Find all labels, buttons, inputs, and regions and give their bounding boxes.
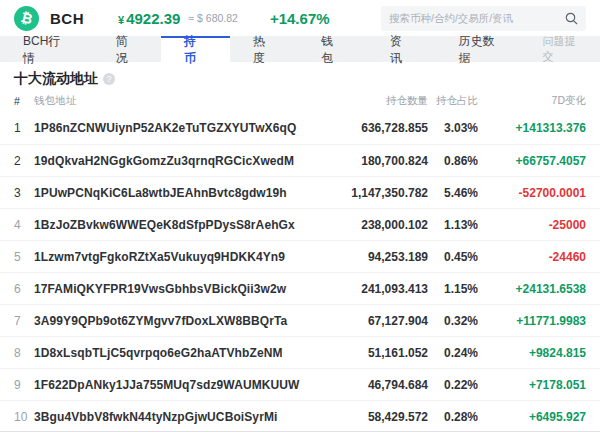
quantity-cell: 636,728.855: [318, 121, 428, 135]
quantity-cell: 67,127.904: [318, 314, 428, 328]
help-icon[interactable]: [103, 73, 115, 85]
table-row[interactable]: 8 1D8xLsqbTLjC5qvrpqo6eG2haATVhbZeNM 51,…: [0, 336, 600, 368]
ratio-cell: 0.45%: [428, 250, 478, 264]
table-row[interactable]: 4 1BzJoZBvkw6WWEQeK8dSfpPDysS8rAehGx 238…: [0, 208, 600, 240]
tab-overview[interactable]: 简况: [92, 36, 161, 62]
wallet-address[interactable]: 1D8xLsqbTLjC5qvrpqo6eG2haATVhbZeNM: [34, 346, 318, 360]
wallet-address[interactable]: 1P86nZCNWUiynP52AK2eTuTGZXYUTwX6qQ: [34, 121, 318, 135]
tab-news[interactable]: 资讯: [367, 36, 436, 62]
ratio-cell: 1.13%: [428, 218, 478, 232]
tab-bar: BCH行情 简况 持币 热度 钱包 资讯 历史数据 问题提交: [0, 36, 600, 62]
table-row[interactable]: 1 1P86nZCNWUiynP52AK2eTuTGZXYUTwX6qQ 636…: [0, 112, 600, 144]
change-7d-cell: +141313.376: [478, 121, 586, 135]
quantity-cell: 238,000.102: [318, 218, 428, 232]
wallet-address[interactable]: 1Lzwm7vtgFgkoRZtXa5Vukuyq9HDKK4Yn9: [34, 250, 318, 264]
rank-cell: 2: [14, 154, 34, 168]
change-7d-cell: +6495.927: [478, 410, 586, 424]
quantity-cell: 51,161.052: [318, 346, 428, 360]
wallet-address[interactable]: 1PUwPCNqKiC6La8wtbJEAhnBvtc8gdw19h: [34, 186, 318, 200]
ratio-cell: 5.46%: [428, 186, 478, 200]
coin-price-cny: ¥4922.39: [118, 10, 180, 27]
section-title: 十大流动地址: [14, 70, 98, 88]
change-7d-cell: +9824.815: [478, 346, 586, 360]
price-value: 4922.39: [126, 10, 180, 27]
rank-cell: 9: [14, 378, 34, 392]
change-7d-cell: +11771.9983: [478, 314, 586, 328]
quantity-cell: 241,093.413: [318, 282, 428, 296]
quantity-cell: 180,700.824: [318, 154, 428, 168]
change-7d-cell: -24460: [478, 250, 586, 264]
change-7d-cell: +7178.051: [478, 378, 586, 392]
header-quantity: 持仓数量: [318, 94, 428, 108]
ratio-cell: 3.03%: [428, 121, 478, 135]
ratio-cell: 0.28%: [428, 410, 478, 424]
rank-cell: 3: [14, 186, 34, 200]
tab-holdings[interactable]: 持币: [161, 36, 230, 62]
cny-symbol: ¥: [118, 14, 124, 26]
table-row[interactable]: 5 1Lzwm7vtgFgkoRZtXa5Vukuyq9HDKK4Yn9 94,…: [0, 240, 600, 272]
tab-history-data[interactable]: 历史数据: [435, 36, 526, 62]
rank-cell: 6: [14, 282, 34, 296]
table-row[interactable]: 6 17FAMiQKYFPR19VwsGbhbsVBickQii3w2w 241…: [0, 272, 600, 304]
rank-cell: 7: [14, 314, 34, 328]
change-7d-cell: -52700.0001: [478, 186, 586, 200]
quantity-cell: 1,147,350.782: [318, 186, 428, 200]
wallet-address[interactable]: 1BzJoZBvkw6WWEQeK8dSfpPDysS8rAehGx: [34, 218, 318, 232]
quantity-cell: 58,429.572: [318, 410, 428, 424]
rank-cell: 5: [14, 250, 34, 264]
section-header: 十大流动地址: [0, 62, 600, 90]
price-change-percent: +14.67%: [270, 10, 330, 27]
rank-cell: 8: [14, 346, 34, 360]
rank-cell: 10: [14, 410, 34, 424]
bch-holdings-page: ₿ BCH ¥4922.39 ≈ $ 680.82 +14.67% BCH行情 …: [0, 0, 600, 432]
search-box[interactable]: [381, 6, 586, 31]
wallet-address[interactable]: 3A99Y9QPb9ot6ZYMgvv7fDoxLXW8BBQrTa: [34, 314, 318, 328]
tab-heat[interactable]: 热度: [230, 36, 299, 62]
bch-coin-icon: ₿: [14, 6, 39, 31]
ratio-cell: 0.22%: [428, 378, 478, 392]
coin-name: BCH: [50, 10, 84, 27]
top-bar: ₿ BCH ¥4922.39 ≈ $ 680.82 +14.67%: [0, 0, 600, 36]
issue-submit-link[interactable]: 问题提交: [527, 36, 600, 62]
tab-wallet[interactable]: 钱包: [298, 36, 367, 62]
rank-cell: 4: [14, 218, 34, 232]
coin-price-usd: ≈ $ 680.82: [188, 12, 238, 24]
ratio-cell: 0.24%: [428, 346, 478, 360]
header-wallet-address: 钱包地址: [34, 94, 318, 108]
wallet-address[interactable]: 3Bgu4VbbV8fwkN44tyNzpGjwUCBoiSyrMi: [34, 410, 318, 424]
ratio-cell: 0.32%: [428, 314, 478, 328]
quantity-cell: 94,253.189: [318, 250, 428, 264]
tab-bch-market[interactable]: BCH行情: [0, 36, 92, 62]
change-7d-cell: +24131.6538: [478, 282, 586, 296]
quantity-cell: 46,794.684: [318, 378, 428, 392]
wallet-address[interactable]: 1F622DpANky1JJa755MUq7sdz9WAUMKUUW: [34, 378, 318, 392]
table-row[interactable]: 7 3A99Y9QPb9ot6ZYMgvv7fDoxLXW8BBQrTa 67,…: [0, 304, 600, 336]
search-input[interactable]: [389, 12, 565, 24]
search-icon[interactable]: [565, 12, 578, 25]
change-7d-cell: -25000: [478, 218, 586, 232]
table-row[interactable]: 9 1F622DpANky1JJa755MUq7sdz9WAUMKUUW 46,…: [0, 368, 600, 400]
rank-cell: 1: [14, 121, 34, 135]
header-rank: #: [14, 95, 34, 107]
table-body: 1 1P86nZCNWUiynP52AK2eTuTGZXYUTwX6qQ 636…: [0, 112, 600, 432]
table-row[interactable]: 2 19dQkvaH2NGgkGomzZu3qrnqRGCicXwedM 180…: [0, 144, 600, 176]
header-ratio: 持仓占比: [428, 94, 478, 108]
ratio-cell: 1.15%: [428, 282, 478, 296]
table-header: # 钱包地址 持仓数量 持仓占比 7D变化: [0, 90, 600, 112]
header-7d-change: 7D变化: [478, 94, 586, 108]
change-7d-cell: +66757.4057: [478, 154, 586, 168]
wallet-address[interactable]: 19dQkvaH2NGgkGomzZu3qrnqRGCicXwedM: [34, 154, 318, 168]
wallet-address[interactable]: 17FAMiQKYFPR19VwsGbhbsVBickQii3w2w: [34, 282, 318, 296]
ratio-cell: 0.86%: [428, 154, 478, 168]
table-row[interactable]: 3 1PUwPCNqKiC6La8wtbJEAhnBvtc8gdw19h 1,1…: [0, 176, 600, 208]
table-row[interactable]: 10 3Bgu4VbbV8fwkN44tyNzpGjwUCBoiSyrMi 58…: [0, 400, 600, 432]
